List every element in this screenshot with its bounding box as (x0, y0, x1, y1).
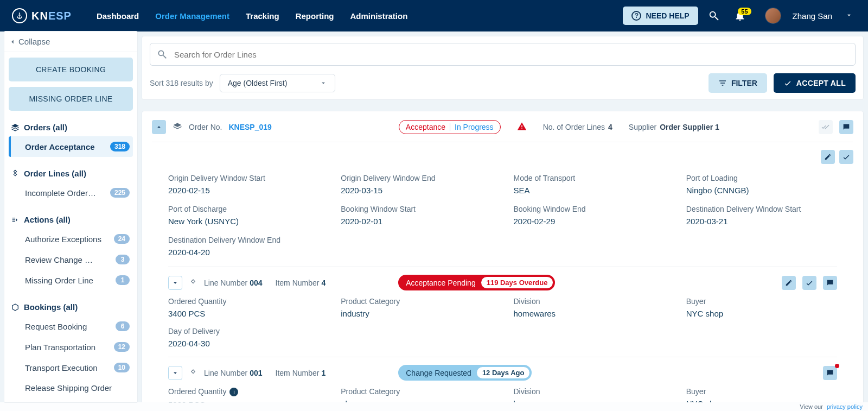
main-content: Sort 318 results by Age (Oldest First) F… (142, 36, 864, 402)
sidebar-incomplete-order-lines[interactable]: Incomplete Order Lin… 225 (9, 182, 133, 203)
primary-nav: Dashboard Order Management Tracking Repo… (97, 11, 407, 21)
line-icon (189, 279, 197, 287)
nav-dashboard[interactable]: Dashboard (97, 11, 139, 21)
item-number: Item Number1 (276, 369, 326, 377)
sidebar-order-lines-all[interactable]: Order Lines (all) (9, 165, 133, 182)
filter-button[interactable]: FILTER (709, 73, 767, 93)
chevron-down-icon (320, 79, 327, 87)
acceptance-pending-pill: Acceptance Pending 119 Days Overdue (398, 275, 555, 290)
create-booking-button[interactable]: CREATE BOOKING (9, 58, 133, 81)
order-acceptance-count: 318 (110, 142, 130, 151)
order-lines-count: No. of Order Lines4 (543, 123, 612, 131)
warning-icon (517, 122, 527, 133)
field-cell: Product Categorypharma (341, 387, 492, 402)
stack-icon (11, 123, 20, 132)
search-input[interactable] (173, 49, 848, 60)
order-card: Order No. KNESP_019 Acceptance In Progre… (142, 111, 864, 402)
line-chat-button[interactable] (823, 366, 837, 380)
field-cell: Day of Delivery2020-04-30 (168, 327, 319, 348)
sidebar-transport-execution[interactable]: Transport Execution 10 (9, 357, 133, 378)
search-icon (157, 49, 168, 60)
sidebar-authorize-exceptions[interactable]: Authorize Exceptions 24 (9, 229, 133, 249)
sidebar: Collapse CREATE BOOKING MISSING ORDER LI… (4, 31, 137, 402)
order-line-004: Line Number004 Item Number4 Acceptance P… (168, 267, 837, 357)
field-cell: BuyerNYC shop (686, 387, 837, 402)
nav-reporting[interactable]: Reporting (296, 11, 334, 21)
field-cell: Divisionhomewares (514, 297, 665, 318)
sort-label: Sort 318 results by (150, 79, 213, 87)
order-header: Order No. KNESP_019 Acceptance In Progre… (152, 118, 853, 142)
sidebar-release-shipping-order[interactable]: Release Shipping Order (9, 378, 133, 398)
field-cell: Divisionhomewares (514, 387, 665, 402)
sidebar-missing-order-line[interactable]: Missing Order Line 1 (9, 270, 133, 290)
line-number: Line Number001 (204, 369, 263, 377)
accept-line-button[interactable] (802, 276, 816, 290)
search-sort-card: Sort 318 results by Age (Oldest First) F… (142, 36, 864, 100)
top-nav: KNESP Dashboard Order Management Trackin… (0, 0, 868, 31)
field-cell: Booking Window End2020-02-29 (514, 205, 665, 226)
chat-icon (842, 123, 851, 131)
username-label: Zhang San (793, 11, 832, 21)
field-cell: Origin Delivery Window End2020-03-15 (341, 174, 492, 195)
missing-order-line-button[interactable]: MISSING ORDER LINE (9, 87, 133, 111)
order-line-001: Line Number001 Item Number1 Change Reque… (168, 357, 837, 402)
nav-tracking[interactable]: Tracking (246, 11, 279, 21)
need-help-button[interactable]: ? NEED HELP (623, 7, 698, 25)
mark-all-read-button[interactable] (819, 120, 833, 134)
filter-icon (718, 79, 727, 87)
expand-line-button[interactable] (168, 276, 182, 290)
expand-line-button[interactable] (168, 366, 182, 380)
accept-all-button[interactable]: ACCEPT ALL (774, 73, 856, 93)
search-bar[interactable] (150, 43, 856, 66)
pencil-icon (824, 153, 832, 161)
double-check-icon (821, 123, 830, 131)
field-cell: BuyerNYC shop (686, 297, 837, 318)
collapse-sidebar-button[interactable]: Collapse (4, 31, 137, 52)
line-chat-button[interactable] (823, 276, 837, 290)
order-supplier: SupplierOrder Supplier 1 (629, 123, 719, 131)
order-id-link[interactable]: KNESP_019 (228, 123, 271, 131)
sidebar-request-booking[interactable]: Request Booking 6 (9, 316, 133, 337)
sidebar-bookings-all[interactable]: Bookings (all) (9, 298, 133, 316)
field-cell: Destination Delivery Window Start2020-03… (686, 205, 837, 226)
box-icon (11, 303, 20, 312)
brand-logo[interactable]: KNESP (12, 8, 72, 23)
sidebar-order-acceptance[interactable]: Order Acceptance 318 (9, 136, 133, 157)
notifications-button[interactable]: 55 (730, 10, 750, 22)
order-status-chip: Acceptance In Progress (399, 120, 501, 134)
notification-count: 55 (738, 8, 751, 15)
sidebar-orders-all[interactable]: Orders (all) (9, 118, 133, 136)
sort-select[interactable]: Age (Oldest First) (220, 74, 336, 92)
stack-icon (173, 122, 182, 132)
search-icon[interactable] (704, 10, 724, 22)
field-cell: Booking Window Start2020-02-01 (341, 205, 492, 226)
sidebar-review-change-requests[interactable]: Review Change Requests 3 (9, 249, 133, 270)
incomplete-count: 225 (110, 188, 130, 198)
nav-order-management[interactable]: Order Management (155, 11, 229, 21)
info-icon[interactable]: i (229, 388, 238, 396)
accept-order-button[interactable] (839, 150, 853, 164)
field-cell: Product Categoryindustry (341, 297, 492, 318)
edit-line-button[interactable] (782, 276, 796, 290)
footer: View our privacy policy (0, 402, 868, 411)
collapse-order-button[interactable] (152, 120, 166, 134)
field-cell: Ordered Quantityi5000 PCS (168, 387, 319, 402)
help-icon: ? (631, 11, 641, 21)
avatar[interactable] (765, 8, 781, 23)
unread-dot (835, 364, 839, 368)
order-chat-button[interactable] (839, 120, 853, 134)
actions-icon (11, 216, 20, 224)
check-icon (783, 79, 792, 87)
anchor-icon (12, 8, 27, 23)
user-menu-chevron[interactable] (845, 11, 853, 21)
diamond-icon (11, 169, 20, 178)
edit-order-button[interactable] (821, 150, 835, 164)
sidebar-plan-transportation[interactable]: Plan Transportation 12 (9, 337, 133, 357)
line-number: Line Number004 (204, 279, 263, 287)
privacy-policy-link[interactable]: privacy policy (827, 403, 863, 410)
sidebar-actions-all[interactable]: Actions (all) (9, 211, 133, 229)
nav-administration[interactable]: Administration (350, 11, 408, 21)
field-cell: Port of DischargeNew York (USNYC) (168, 205, 319, 226)
order-no-label: Order No. (189, 123, 222, 131)
check-icon (842, 153, 851, 161)
